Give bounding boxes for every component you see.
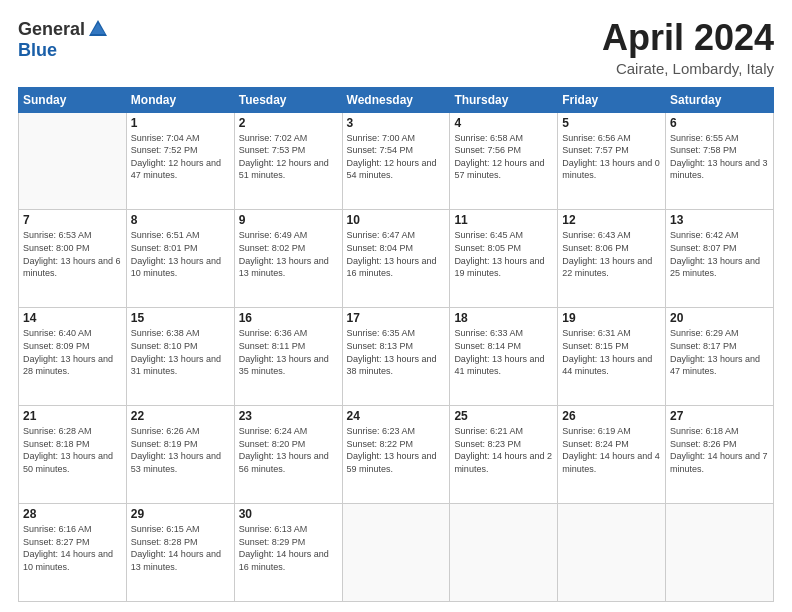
day-cell: 29Sunrise: 6:15 AMSunset: 8:28 PMDayligh… <box>126 504 234 602</box>
day-number: 6 <box>670 116 769 130</box>
day-cell: 2Sunrise: 7:02 AMSunset: 7:53 PMDaylight… <box>234 112 342 210</box>
day-number: 29 <box>131 507 230 521</box>
week-row-4: 28Sunrise: 6:16 AMSunset: 8:27 PMDayligh… <box>19 504 774 602</box>
day-number: 5 <box>562 116 661 130</box>
day-number: 20 <box>670 311 769 325</box>
day-number: 22 <box>131 409 230 423</box>
day-number: 4 <box>454 116 553 130</box>
day-info: Sunrise: 6:36 AMSunset: 8:11 PMDaylight:… <box>239 327 338 377</box>
day-info: Sunrise: 6:28 AMSunset: 8:18 PMDaylight:… <box>23 425 122 475</box>
day-number: 11 <box>454 213 553 227</box>
day-cell: 1Sunrise: 7:04 AMSunset: 7:52 PMDaylight… <box>126 112 234 210</box>
day-info: Sunrise: 6:42 AMSunset: 8:07 PMDaylight:… <box>670 229 769 279</box>
day-number: 3 <box>347 116 446 130</box>
day-cell: 26Sunrise: 6:19 AMSunset: 8:24 PMDayligh… <box>558 406 666 504</box>
day-info: Sunrise: 6:55 AMSunset: 7:58 PMDaylight:… <box>670 132 769 182</box>
day-info: Sunrise: 6:49 AMSunset: 8:02 PMDaylight:… <box>239 229 338 279</box>
day-cell: 20Sunrise: 6:29 AMSunset: 8:17 PMDayligh… <box>666 308 774 406</box>
day-cell: 25Sunrise: 6:21 AMSunset: 8:23 PMDayligh… <box>450 406 558 504</box>
day-number: 27 <box>670 409 769 423</box>
day-info: Sunrise: 6:23 AMSunset: 8:22 PMDaylight:… <box>347 425 446 475</box>
day-cell: 22Sunrise: 6:26 AMSunset: 8:19 PMDayligh… <box>126 406 234 504</box>
weekday-header-saturday: Saturday <box>666 87 774 112</box>
day-number: 15 <box>131 311 230 325</box>
day-number: 2 <box>239 116 338 130</box>
day-cell: 19Sunrise: 6:31 AMSunset: 8:15 PMDayligh… <box>558 308 666 406</box>
day-info: Sunrise: 6:47 AMSunset: 8:04 PMDaylight:… <box>347 229 446 279</box>
day-info: Sunrise: 6:58 AMSunset: 7:56 PMDaylight:… <box>454 132 553 182</box>
day-number: 16 <box>239 311 338 325</box>
day-cell: 15Sunrise: 6:38 AMSunset: 8:10 PMDayligh… <box>126 308 234 406</box>
day-info: Sunrise: 6:51 AMSunset: 8:01 PMDaylight:… <box>131 229 230 279</box>
weekday-header-row: SundayMondayTuesdayWednesdayThursdayFrid… <box>19 87 774 112</box>
day-info: Sunrise: 6:40 AMSunset: 8:09 PMDaylight:… <box>23 327 122 377</box>
day-info: Sunrise: 6:38 AMSunset: 8:10 PMDaylight:… <box>131 327 230 377</box>
day-number: 26 <box>562 409 661 423</box>
header: General Blue April 2024 Cairate, Lombard… <box>18 18 774 77</box>
week-row-2: 14Sunrise: 6:40 AMSunset: 8:09 PMDayligh… <box>19 308 774 406</box>
day-cell <box>342 504 450 602</box>
day-number: 8 <box>131 213 230 227</box>
week-row-0: 1Sunrise: 7:04 AMSunset: 7:52 PMDaylight… <box>19 112 774 210</box>
day-cell <box>558 504 666 602</box>
day-cell: 6Sunrise: 6:55 AMSunset: 7:58 PMDaylight… <box>666 112 774 210</box>
day-number: 1 <box>131 116 230 130</box>
day-cell: 8Sunrise: 6:51 AMSunset: 8:01 PMDaylight… <box>126 210 234 308</box>
day-info: Sunrise: 6:18 AMSunset: 8:26 PMDaylight:… <box>670 425 769 475</box>
day-info: Sunrise: 6:53 AMSunset: 8:00 PMDaylight:… <box>23 229 122 279</box>
logo-blue-text: Blue <box>18 40 57 61</box>
day-info: Sunrise: 6:21 AMSunset: 8:23 PMDaylight:… <box>454 425 553 475</box>
logo: General Blue <box>18 18 109 61</box>
weekday-header-monday: Monday <box>126 87 234 112</box>
day-cell: 27Sunrise: 6:18 AMSunset: 8:26 PMDayligh… <box>666 406 774 504</box>
weekday-header-friday: Friday <box>558 87 666 112</box>
weekday-header-wednesday: Wednesday <box>342 87 450 112</box>
location: Cairate, Lombardy, Italy <box>602 60 774 77</box>
day-cell: 5Sunrise: 6:56 AMSunset: 7:57 PMDaylight… <box>558 112 666 210</box>
day-cell: 12Sunrise: 6:43 AMSunset: 8:06 PMDayligh… <box>558 210 666 308</box>
day-cell: 17Sunrise: 6:35 AMSunset: 8:13 PMDayligh… <box>342 308 450 406</box>
day-number: 28 <box>23 507 122 521</box>
day-cell: 28Sunrise: 6:16 AMSunset: 8:27 PMDayligh… <box>19 504 127 602</box>
day-cell: 24Sunrise: 6:23 AMSunset: 8:22 PMDayligh… <box>342 406 450 504</box>
week-row-1: 7Sunrise: 6:53 AMSunset: 8:00 PMDaylight… <box>19 210 774 308</box>
day-cell: 11Sunrise: 6:45 AMSunset: 8:05 PMDayligh… <box>450 210 558 308</box>
day-cell: 30Sunrise: 6:13 AMSunset: 8:29 PMDayligh… <box>234 504 342 602</box>
day-cell: 23Sunrise: 6:24 AMSunset: 8:20 PMDayligh… <box>234 406 342 504</box>
svg-marker-1 <box>91 23 105 34</box>
day-number: 9 <box>239 213 338 227</box>
week-row-3: 21Sunrise: 6:28 AMSunset: 8:18 PMDayligh… <box>19 406 774 504</box>
day-info: Sunrise: 6:45 AMSunset: 8:05 PMDaylight:… <box>454 229 553 279</box>
day-cell: 9Sunrise: 6:49 AMSunset: 8:02 PMDaylight… <box>234 210 342 308</box>
day-info: Sunrise: 6:43 AMSunset: 8:06 PMDaylight:… <box>562 229 661 279</box>
page: General Blue April 2024 Cairate, Lombard… <box>0 0 792 612</box>
day-number: 30 <box>239 507 338 521</box>
day-info: Sunrise: 7:04 AMSunset: 7:52 PMDaylight:… <box>131 132 230 182</box>
day-info: Sunrise: 6:29 AMSunset: 8:17 PMDaylight:… <box>670 327 769 377</box>
day-number: 19 <box>562 311 661 325</box>
day-info: Sunrise: 6:15 AMSunset: 8:28 PMDaylight:… <box>131 523 230 573</box>
day-info: Sunrise: 6:26 AMSunset: 8:19 PMDaylight:… <box>131 425 230 475</box>
title-section: April 2024 Cairate, Lombardy, Italy <box>602 18 774 77</box>
logo-icon <box>87 18 109 40</box>
weekday-header-sunday: Sunday <box>19 87 127 112</box>
day-info: Sunrise: 6:19 AMSunset: 8:24 PMDaylight:… <box>562 425 661 475</box>
day-cell: 16Sunrise: 6:36 AMSunset: 8:11 PMDayligh… <box>234 308 342 406</box>
day-cell: 3Sunrise: 7:00 AMSunset: 7:54 PMDaylight… <box>342 112 450 210</box>
day-number: 7 <box>23 213 122 227</box>
day-number: 23 <box>239 409 338 423</box>
day-number: 25 <box>454 409 553 423</box>
day-info: Sunrise: 6:33 AMSunset: 8:14 PMDaylight:… <box>454 327 553 377</box>
day-info: Sunrise: 7:00 AMSunset: 7:54 PMDaylight:… <box>347 132 446 182</box>
day-cell: 4Sunrise: 6:58 AMSunset: 7:56 PMDaylight… <box>450 112 558 210</box>
day-number: 13 <box>670 213 769 227</box>
logo-general-text: General <box>18 19 85 40</box>
day-info: Sunrise: 6:56 AMSunset: 7:57 PMDaylight:… <box>562 132 661 182</box>
day-cell: 7Sunrise: 6:53 AMSunset: 8:00 PMDaylight… <box>19 210 127 308</box>
day-cell: 14Sunrise: 6:40 AMSunset: 8:09 PMDayligh… <box>19 308 127 406</box>
day-cell <box>19 112 127 210</box>
day-cell: 21Sunrise: 6:28 AMSunset: 8:18 PMDayligh… <box>19 406 127 504</box>
calendar-table: SundayMondayTuesdayWednesdayThursdayFrid… <box>18 87 774 602</box>
day-number: 10 <box>347 213 446 227</box>
day-cell <box>450 504 558 602</box>
